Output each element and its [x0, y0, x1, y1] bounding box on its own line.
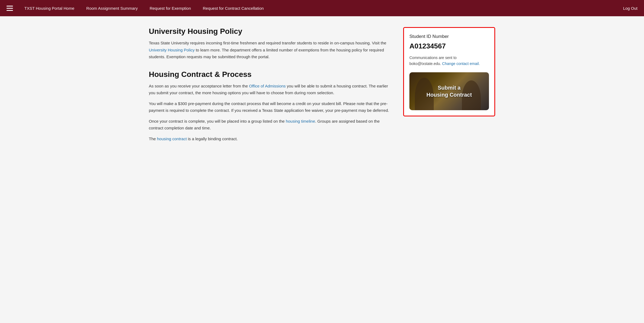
- nav-contract-cancellation[interactable]: Request for Contract Cancellation: [197, 6, 270, 11]
- contract-body-2: You will make a $300 pre-payment during …: [149, 100, 392, 114]
- logout-link[interactable]: Log Out: [623, 6, 638, 11]
- change-email-link[interactable]: Change contact email.: [442, 61, 480, 66]
- submit-housing-contract-button[interactable]: Submit a Housing Contract: [409, 72, 489, 110]
- contract-text-1: As soon as you receive your acceptance l…: [149, 84, 249, 88]
- nav-room-assignment[interactable]: Room Assignment Summary: [80, 6, 144, 11]
- housing-contract-link[interactable]: housing contract: [157, 136, 187, 141]
- content-area: University Housing Policy Texas State Un…: [149, 27, 392, 146]
- office-of-admissions-link[interactable]: Office of Admissions: [249, 84, 286, 88]
- contract-text-4-pre: The: [149, 136, 157, 141]
- housing-policy-text-1: Texas State University requires incoming…: [149, 41, 386, 45]
- student-id-label: Student ID Number: [409, 34, 489, 39]
- contract-btn-label: Submit a Housing Contract: [426, 84, 472, 98]
- housing-contract-title: Housing Contract & Process: [149, 70, 392, 79]
- navigation: TXST Housing Portal Home Room Assignment…: [0, 0, 644, 16]
- student-id-value: A01234567: [409, 42, 489, 50]
- contract-text-4-cont: is a legally binding contract.: [187, 136, 238, 141]
- main-container: University Housing Policy Texas State Un…: [133, 27, 511, 146]
- student-info-card: Student ID Number A01234567 Communicatio…: [403, 27, 495, 116]
- contract-body-4: The housing contract is a legally bindin…: [149, 135, 392, 142]
- contract-body-3: Once your contract is complete, you will…: [149, 118, 392, 132]
- housing-timeline-link[interactable]: housing timeline: [286, 119, 315, 123]
- housing-policy-title: University Housing Policy: [149, 27, 392, 36]
- university-housing-policy-link[interactable]: University Housing Policy: [149, 48, 195, 52]
- nav-home[interactable]: TXST Housing Portal Home: [18, 6, 80, 11]
- hamburger-menu[interactable]: [6, 6, 13, 11]
- contract-body-1: As soon as you receive your acceptance l…: [149, 83, 392, 96]
- housing-policy-body: Texas State University requires incoming…: [149, 40, 392, 60]
- contract-text-3-pre: Once your contract is complete, you will…: [149, 119, 286, 123]
- nav-links: TXST Housing Portal Home Room Assignment…: [18, 6, 623, 11]
- communications-text: Communications are sent to boko@txstate.…: [409, 55, 489, 67]
- nav-exemption[interactable]: Request for Exemption: [144, 6, 197, 11]
